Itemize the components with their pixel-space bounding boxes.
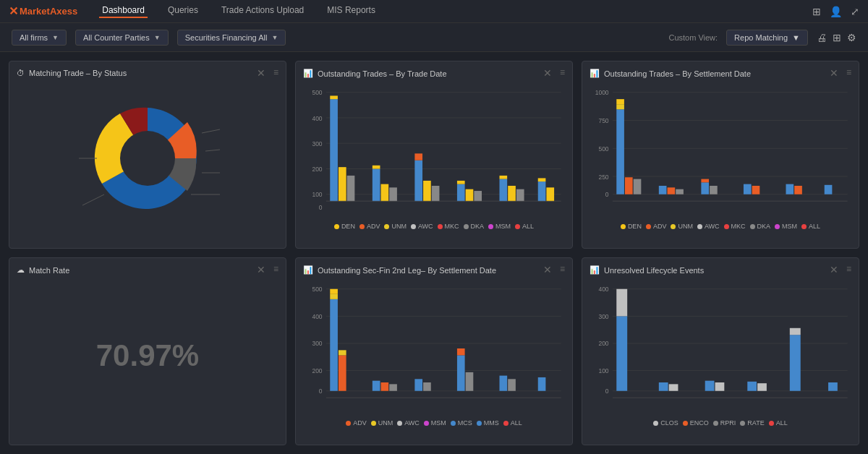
svg-rect-65 — [794, 186, 802, 194]
svg-text:400: 400 — [598, 286, 608, 293]
toolbar: All firms ▼ All Counter Parties ▼ Securi… — [0, 23, 868, 52]
panel-sec-fin: 📊 Outstanding Sec-Fin 2nd Leg– By Settle… — [295, 257, 573, 445]
chart-legend-trade-date: DEN ADV UNM AWC MKC DKA MSM ALL — [303, 220, 565, 230]
logo: ✕ MarketAxess — [9, 4, 77, 18]
svg-rect-23 — [381, 184, 389, 202]
svg-rect-58 — [676, 189, 684, 194]
securities-filter[interactable]: Securities Financing All ▼ — [177, 30, 286, 46]
custom-view-label: Custom View: — [668, 33, 718, 42]
nav-links: Dashboard Queries Trade Actions Upload M… — [99, 5, 812, 18]
counterparties-filter[interactable]: All Counter Parties ▼ — [75, 30, 169, 46]
svg-rect-108 — [669, 384, 678, 390]
panel-outstanding-settlement-close[interactable]: ✕ — [830, 67, 838, 79]
bar-chart-trade-date: 500 400 300 200 100 0 — [303, 84, 565, 220]
panel-matching-trade-title: ⏱ Matching Trade – By Status — [17, 69, 278, 77]
svg-rect-21 — [373, 169, 380, 202]
svg-rect-88 — [457, 355, 465, 390]
svg-rect-24 — [389, 187, 397, 201]
settings-icon[interactable]: ⚙ — [847, 32, 856, 43]
dashboard: ⏱ Matching Trade – By Status ✕ ≡ — [0, 52, 868, 454]
panel-sec-fin-menu[interactable]: ≡ — [560, 264, 565, 274]
panel-outstanding-trade-date-menu[interactable]: ≡ — [560, 67, 565, 77]
panel-outstanding-settlement-menu[interactable]: ≡ — [846, 67, 851, 77]
bar-chart-lifecycle: 400 300 200 100 0 — [590, 280, 851, 416]
chevron-down-icon: ▼ — [792, 33, 800, 42]
svg-rect-86 — [414, 379, 422, 390]
svg-text:100: 100 — [312, 191, 322, 198]
svg-rect-63 — [752, 186, 760, 194]
panel-outstanding-settlement-title: 📊 Outstanding Trades – By Settlement Dat… — [590, 69, 851, 78]
svg-rect-80 — [330, 289, 338, 294]
svg-rect-82 — [339, 350, 346, 355]
svg-rect-32 — [474, 191, 482, 201]
svg-rect-51 — [616, 109, 624, 194]
svg-rect-37 — [538, 181, 546, 201]
svg-rect-112 — [757, 383, 767, 391]
nav-link-mis-reports[interactable]: MIS Reports — [324, 5, 378, 18]
panel-sec-fin-close[interactable]: ✕ — [543, 264, 552, 275]
svg-rect-35 — [508, 186, 516, 201]
layout-icon[interactable]: ⊞ — [833, 32, 841, 43]
svg-rect-29 — [457, 184, 465, 202]
panel-matching-trade-close[interactable]: ✕ — [257, 67, 265, 79]
user-icon[interactable]: 👤 — [830, 6, 842, 17]
nav-link-dashboard[interactable]: Dashboard — [99, 5, 148, 18]
chevron-down-icon: ▼ — [271, 34, 278, 41]
svg-rect-31 — [466, 189, 474, 201]
svg-rect-56 — [659, 186, 667, 194]
svg-rect-53 — [616, 99, 624, 104]
chart-legend-sec-fin: ADV UNM AWC MSM MCS MMS ALL — [303, 416, 565, 427]
svg-rect-38 — [538, 178, 546, 181]
svg-rect-93 — [538, 377, 546, 391]
svg-rect-57 — [668, 187, 676, 194]
panel-match-rate-close[interactable]: ✕ — [257, 264, 265, 275]
panel-outstanding-settlement: 📊 Outstanding Trades – By Settlement Dat… — [582, 61, 859, 249]
panel-lifecycle-title: 📊 Unresolved Lifecycle Events — [590, 265, 851, 275]
svg-rect-17 — [330, 99, 338, 201]
bar-chart-icon: 📊 — [303, 69, 313, 78]
svg-rect-107 — [659, 382, 668, 391]
svg-text:0: 0 — [605, 387, 609, 395]
svg-rect-25 — [414, 160, 422, 201]
svg-rect-106 — [616, 289, 627, 317]
svg-line-0 — [202, 129, 220, 133]
firms-filter[interactable]: All firms ▼ — [12, 30, 67, 46]
svg-rect-81 — [339, 355, 346, 390]
print-icon[interactable]: 🖨 — [817, 32, 827, 43]
svg-line-4 — [82, 194, 104, 205]
svg-rect-111 — [747, 382, 757, 391]
bar-chart-icon4: 📊 — [590, 265, 600, 275]
svg-rect-115 — [828, 382, 838, 391]
svg-text:200: 200 — [312, 166, 322, 173]
expand-icon[interactable]: ⤢ — [851, 6, 859, 17]
panel-outstanding-trade-date-title: 📊 Outstanding Trades – By Trade Date — [303, 69, 565, 78]
bar-chart-settlement-svg: 1000 750 500 250 0 — [590, 84, 851, 220]
custom-view-selector[interactable]: Repo Matching ▼ — [726, 30, 808, 46]
svg-text:300: 300 — [312, 140, 322, 147]
cloud-icon: ☁ — [17, 265, 25, 275]
panel-lifecycle-menu[interactable]: ≡ — [846, 264, 851, 274]
nav-right: ⊞ 👤 ⤢ — [812, 6, 859, 17]
panel-match-rate: ☁ Match Rate ✕ ≡ 70.97% — [9, 257, 286, 445]
bar-chart-lifecycle-svg: 400 300 200 100 0 — [590, 280, 851, 416]
nav-link-trade-actions[interactable]: Trade Actions Upload — [218, 5, 307, 18]
nav-link-queries[interactable]: Queries — [165, 5, 201, 18]
svg-rect-64 — [786, 184, 794, 194]
svg-text:200: 200 — [312, 367, 322, 374]
svg-rect-84 — [381, 382, 389, 391]
panel-match-rate-title: ☁ Match Rate — [17, 265, 278, 275]
svg-text:500: 500 — [312, 89, 322, 96]
grid-icon[interactable]: ⊞ — [812, 6, 821, 17]
panel-match-rate-menu[interactable]: ≡ — [273, 264, 278, 274]
svg-rect-109 — [705, 381, 715, 391]
panel-matching-trade-menu[interactable]: ≡ — [273, 67, 278, 77]
svg-rect-52 — [616, 104, 624, 109]
svg-text:500: 500 — [312, 286, 322, 293]
svg-rect-22 — [373, 166, 380, 169]
svg-text:300: 300 — [598, 312, 608, 320]
panel-outstanding-trade-date-close[interactable]: ✕ — [543, 67, 552, 79]
panel-lifecycle-close[interactable]: ✕ — [830, 264, 838, 275]
svg-text:500: 500 — [598, 145, 608, 152]
svg-rect-18 — [330, 95, 338, 99]
svg-text:1000: 1000 — [595, 89, 609, 96]
